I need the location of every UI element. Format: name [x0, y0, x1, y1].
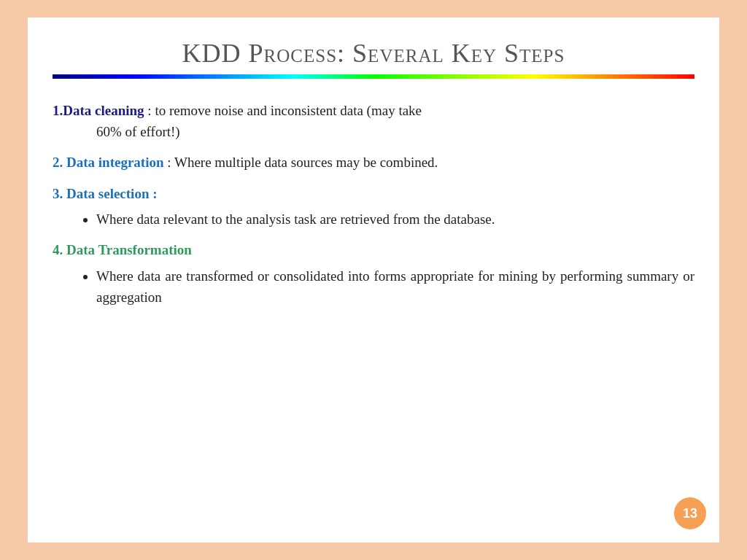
- slide-title: KDD Process: Several Key Steps: [53, 38, 694, 69]
- step-1-separator: : to remove noise and inconsistent data …: [147, 103, 422, 118]
- step-4-bullet-1: Where data are transformed or consolidat…: [96, 265, 694, 308]
- rainbow-bar: [53, 74, 694, 79]
- step-2: 2. Data integration : Where multiple dat…: [53, 152, 694, 174]
- slide-content: 1.Data cleaning : to remove noise and in…: [23, 86, 724, 542]
- step-4-label: 4. Data Transformation: [53, 242, 192, 257]
- left-border: [23, 18, 28, 542]
- step-3-label: 3. Data selection :: [53, 186, 158, 201]
- step-1-continuation: 60% of effort!): [96, 122, 180, 143]
- step-1-label: 1.Data cleaning: [53, 103, 144, 118]
- step-4: 4. Data Transformation Where data are tr…: [53, 240, 694, 308]
- step-3-bullets: Where data relevant to the analysis task…: [96, 209, 694, 230]
- step-3-bullet-1: Where data relevant to the analysis task…: [96, 209, 694, 230]
- step-1: 1.Data cleaning : to remove noise and in…: [53, 101, 694, 142]
- right-border: [719, 18, 724, 542]
- step-4-bullets: Where data are transformed or consolidat…: [96, 265, 694, 308]
- step-3: 3. Data selection : Where data relevant …: [53, 184, 694, 230]
- slide-header: KDD Process: Several Key Steps: [23, 18, 724, 86]
- step-2-text: : Where multiple data sources may be com…: [167, 155, 438, 170]
- page-number: 13: [674, 497, 706, 529]
- step-2-label: 2. Data integration: [53, 155, 164, 170]
- slide: KDD Process: Several Key Steps 1.Data cl…: [23, 18, 724, 542]
